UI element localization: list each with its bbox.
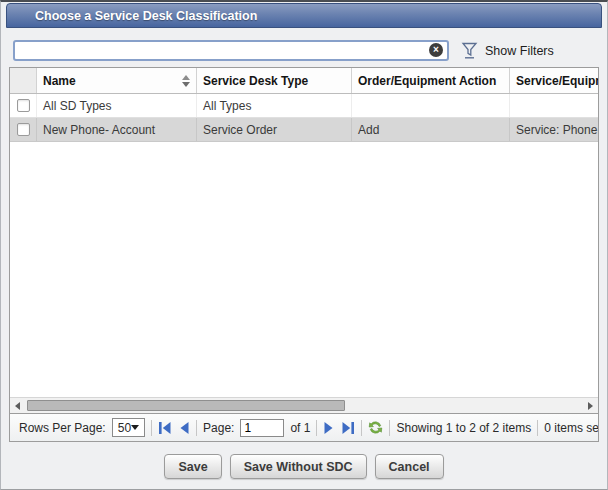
- search-box: ×: [13, 40, 449, 61]
- column-header-service-desk-type[interactable]: Service Desk Type: [197, 68, 352, 93]
- next-page-button[interactable]: [323, 422, 335, 434]
- dialog-footer: Save Save Without SDC Cancel: [1, 442, 607, 489]
- horizontal-scrollbar[interactable]: [10, 397, 598, 413]
- filter-toolbar: × Show Filters: [1, 28, 607, 67]
- cell-service-desk-type: All Types: [197, 94, 352, 117]
- previous-page-button[interactable]: [178, 422, 190, 434]
- header-checkbox-cell: [10, 68, 37, 93]
- clear-search-icon[interactable]: ×: [429, 43, 443, 57]
- separator: [361, 420, 362, 436]
- cell-service-equipment: Service: Phone - Ph: [510, 118, 599, 141]
- cell-name: All SD Types: [37, 94, 197, 117]
- cell-service-equipment: [510, 94, 599, 117]
- row-checkbox[interactable]: [17, 123, 30, 136]
- page-number-input[interactable]: [240, 419, 284, 437]
- column-header-service-equipment[interactable]: Service/Equipment: [510, 68, 599, 93]
- table-empty-area: [10, 142, 598, 397]
- page-label: Page:: [203, 421, 234, 435]
- table-header-row: Name Service Desk Type Order/Equipment A…: [10, 68, 598, 94]
- search-input[interactable]: [13, 40, 449, 61]
- column-header-name[interactable]: Name: [37, 68, 197, 93]
- dialog-title: Choose a Service Desk Classification: [35, 9, 257, 23]
- scrollbar-thumb[interactable]: [27, 400, 345, 411]
- scroll-left-arrow[interactable]: [15, 402, 20, 410]
- table-row-all-sd-types[interactable]: All SD Types All Types: [10, 94, 598, 118]
- page-of-label: of 1: [290, 421, 310, 435]
- last-page-button[interactable]: [341, 422, 355, 434]
- separator: [389, 420, 390, 436]
- cell-service-desk-type: Service Order: [197, 118, 352, 141]
- pagination-bar: Rows Per Page: 50 Page: of 1: [9, 414, 599, 442]
- row-checkbox[interactable]: [17, 99, 30, 112]
- showing-items-text: Showing 1 to 2 of 2 items: [396, 421, 531, 435]
- rows-per-page-select[interactable]: 50: [112, 418, 145, 437]
- separator: [151, 420, 152, 436]
- separator: [537, 420, 538, 436]
- first-page-button[interactable]: [158, 422, 172, 434]
- cell-name: New Phone- Account: [37, 118, 197, 141]
- sort-icon[interactable]: [182, 75, 190, 87]
- separator: [316, 420, 317, 436]
- table-row-new-phone-account[interactable]: New Phone- Account Service Order Add Ser…: [10, 118, 598, 142]
- caret-down-icon: [131, 425, 139, 430]
- filter-funnel-icon[interactable]: [461, 42, 478, 59]
- service-desk-classification-dialog: Choose a Service Desk Classification × S…: [0, 0, 608, 490]
- items-selected-text: 0 items selected: [544, 421, 599, 435]
- classification-table: Name Service Desk Type Order/Equipment A…: [9, 67, 599, 414]
- cell-order-equipment-action: Add: [352, 118, 510, 141]
- rows-per-page-value: 50: [118, 421, 131, 435]
- show-filters-label[interactable]: Show Filters: [485, 44, 554, 58]
- rows-per-page-label: Rows Per Page:: [19, 421, 106, 435]
- dialog-titlebar[interactable]: Choose a Service Desk Classification: [6, 3, 602, 28]
- column-header-name-label: Name: [43, 74, 76, 88]
- scroll-right-arrow[interactable]: [588, 402, 593, 410]
- separator: [196, 420, 197, 436]
- cell-order-equipment-action: [352, 94, 510, 117]
- column-header-order-equipment-action[interactable]: Order/Equipment Action: [352, 68, 510, 93]
- save-button[interactable]: Save: [164, 454, 221, 479]
- cancel-button[interactable]: Cancel: [375, 454, 444, 479]
- save-without-sdc-button[interactable]: Save Without SDC: [230, 454, 367, 479]
- refresh-icon[interactable]: [368, 420, 383, 435]
